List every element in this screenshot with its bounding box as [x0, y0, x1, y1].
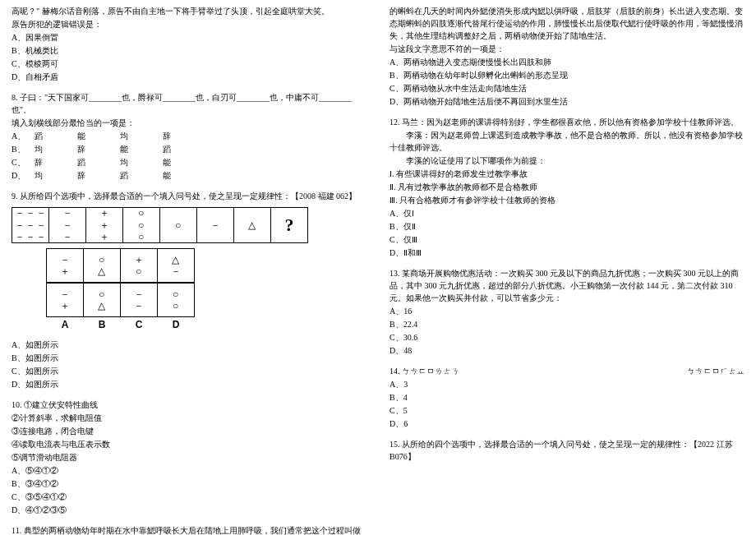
q11-text: 11. 典型的两栖动物幼年时期在水中靠鰓呼吸长大后在陆地上用肺呼吸，我们通常把这…: [12, 524, 366, 535]
q8-table: A、蹈能均辞 B、均辞能蹈 C、辞蹈均能 D、均辞蹈能: [12, 130, 366, 182]
q13-block: 13. 某商场开展购物优惠活动：一次购买 300 元及以下的商品九折优惠；一次购…: [390, 267, 744, 357]
q11-block: 11. 典型的两栖动物幼年时期在水中靠鰓呼吸长大后在陆地上用肺呼吸，我们通常把这…: [12, 524, 366, 535]
q9-puzzle: －－－－－－－－－ －－－ ＋＋＋ ○○○ ○ － △ ? －＋ ○△ ＋○ △…: [12, 207, 366, 332]
q14-block: 14. ㄅㄘㄷㅁㄌㄊㄋ ㄅㄘㄷㅁㄏㄊㅛ A、3 B、4 C、5 D、6: [390, 365, 744, 430]
q7-opt-c: C、模棱两可: [12, 58, 366, 70]
q15-stem: 15. 从所给的四个选项中，选择最合适的一个填入问号处，使之呈现一定的规律性：【…: [390, 438, 744, 463]
q8-block: 8. 子曰："天下国家可________也，爵禄可________也，白刃可__…: [12, 91, 366, 182]
q7-block: 高呢？" 赫梅尔话音刚落，原告不由自主地一下将手臂举过了头顶，引起全庭哄堂大笑。…: [12, 5, 366, 83]
q7-intro2: 原告所犯的逻辑错误是：: [12, 18, 366, 30]
q8-note: 填入划横线部分最恰当的一项是：: [12, 117, 366, 129]
q7-opt-a: A、因果倒置: [12, 31, 366, 44]
q9-stem: 9. 从所给四个选项中，选择最合适的一个填入问号处，使之呈现一定规律性：【200…: [12, 190, 366, 202]
question-mark-box: ?: [270, 207, 308, 243]
q7-opt-b: B、机械类比: [12, 44, 366, 57]
q15-block: 15. 从所给的四个选项中，选择最合适的一个填入问号处，使之呈现一定的规律性：【…: [390, 438, 744, 463]
q7-intro1: 高呢？" 赫梅尔话音刚落，原告不由自主地一下将手臂举过了头顶，引起全庭哄堂大笑。: [12, 5, 366, 17]
q11c-block: 的蝌蚪在几天的时间内外鰓便消失形成内鰓以供呼吸，后肢芽（后肢的前身）长出进入变态…: [390, 5, 744, 108]
q8-stem: 8. 子曰："天下国家可________也，爵禄可________也，白刃可__…: [12, 91, 366, 116]
q7-opt-d: D、自相矛盾: [12, 71, 366, 83]
q9-block: 9. 从所给四个选项中，选择最合适的一个填入问号处，使之呈现一定规律性：【200…: [12, 190, 366, 390]
q12-block: 12. 马兰：因为赵老师的课讲得特别好，学生都很喜欢他，所以他有资格参加学校十佳…: [390, 116, 744, 259]
q10-block: 10. ①建立伏安特性曲线 ②计算斜率，求解电阻值 ③连接电路，闭合电键 ④读取…: [12, 399, 366, 516]
